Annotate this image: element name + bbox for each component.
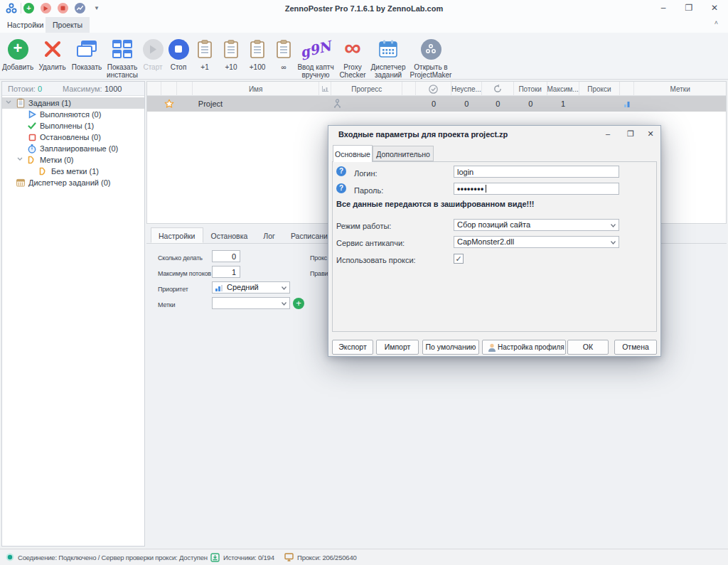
login-label: Логин: [354,168,378,178]
title-bar: + ▼ ZennoPoster Pro 7.1.6.1 by ZennoLab.… [0,0,728,17]
toolbar-stop-button[interactable]: Стоп [166,37,191,71]
priority-select[interactable]: Средний [212,281,290,294]
minimize-button[interactable]: – [653,0,674,17]
expand-caret-icon[interactable] [6,100,11,104]
col-star[interactable] [161,82,177,96]
col-empty2[interactable] [177,82,193,96]
toolbar-show-button[interactable]: Показать [69,37,105,71]
toolbar-open-projectmaker-button[interactable]: Открыть в ProjectMaker [408,37,454,79]
sources-icon [210,553,220,562]
clipboard-icon [276,40,291,59]
tree-item-task-scheduler[interactable]: Диспетчер заданий (0) [2,177,144,188]
tab-projects[interactable]: Проекты [46,17,90,33]
toolbar-add-button[interactable]: + Добавить [0,37,36,71]
col-stats[interactable] [620,82,634,96]
dialog-maximize-button[interactable]: ❐ [621,126,641,143]
anticaptcha-select[interactable]: CapMonster2.dll [454,236,619,248]
toolbar-plus10-button[interactable]: +10 [219,37,243,71]
tree-item-scheduled[interactable]: Запланированные (0) [2,143,144,154]
toolbar-plus100-button[interactable]: +100 [245,37,269,71]
cut-label-rules: Прави [310,268,328,279]
tree-item-stopped[interactable]: Остановлены (0) [2,131,144,143]
max-count: 1 [547,96,579,112]
toolbar-show-instances-button[interactable]: Показать инстансы [105,37,140,79]
col-labels[interactable]: Метки [634,82,726,96]
project-name: Project [193,96,320,112]
dialog-tab-main[interactable]: Основные [333,145,373,162]
star-icon[interactable] [164,99,174,109]
check-icon [27,121,37,131]
how-many-input[interactable] [212,250,240,262]
login-input[interactable] [454,166,619,178]
col-done[interactable] [416,82,451,96]
col-name[interactable]: Имя [193,82,320,96]
dialog-tab-extra[interactable]: Дополнительно [373,146,434,161]
labels-select[interactable] [212,297,290,309]
stats-bars-icon [623,100,631,107]
labels-label: Метки [158,299,175,311]
add-label-button[interactable]: + [293,298,304,309]
dialog-close-button[interactable]: ✕ [641,126,660,143]
tree-item-completed[interactable]: Выполнены (1) [2,120,144,131]
panel-tab-stop[interactable]: Остановка [203,227,256,243]
password-input[interactable] [454,183,619,195]
toolbar-infinite-button[interactable]: ∞ [272,37,296,71]
tree-item-no-label[interactable]: Без метки (1) [2,166,144,177]
help-icon: ? [336,183,346,193]
col-retries[interactable] [482,82,514,96]
col-sort[interactable] [319,82,331,96]
show-instances-icon [112,39,133,59]
use-proxy-label: Использовать прокси: [336,255,416,265]
col-proxy[interactable]: Прокси [579,82,621,96]
ok-button[interactable]: ОК [567,340,609,355]
max-threads-value: 1000 [105,82,122,96]
project-row[interactable]: Project 0 0 0 0 1 [147,96,726,112]
col-max[interactable]: Максим... [547,82,579,96]
tree-item-running[interactable]: Выполняются (0) [2,109,144,120]
cancel-button[interactable]: Отмена [614,340,657,355]
toolbar-proxy-checker-button[interactable]: ∞ Proxy Checker [337,37,368,79]
expand-caret-icon[interactable] [17,157,23,161]
tab-settings[interactable]: Настройки [0,17,51,33]
collapse-ribbon-icon[interactable]: ˄ [714,19,718,26]
close-button[interactable]: ✕ [704,0,725,17]
clipboard-icon [250,40,265,59]
toolbar-manual-captcha-button[interactable]: g9N Ввод каптч вручную [294,37,337,79]
clipboard-icon [197,40,213,59]
default-button[interactable]: По умолчанию [422,340,479,355]
use-proxy-checkbox[interactable]: ✓ [454,254,464,264]
task-tree: Задания (1) Выполняются (0) Выполнены (1… [2,97,144,188]
import-button[interactable]: Импорт [376,340,419,355]
panel-tab-settings[interactable]: Настройки [151,227,203,243]
col-threads[interactable]: Потоки [514,82,547,96]
col-failed[interactable]: Неуспе... [451,82,482,96]
profile-settings-button[interactable]: Настройка профиля [482,340,566,355]
panel-tab-log[interactable]: Лог [255,227,283,243]
tree-item-tasks[interactable]: Задания (1) [2,97,144,109]
dialog-title: Входные параметры для проекта project.zp [338,126,508,143]
max-threads-input[interactable] [212,266,240,278]
toolbar-start-button[interactable]: Старт [140,37,166,71]
done-count: 0 [416,96,451,112]
timer-icon [27,144,37,154]
export-button[interactable]: Экспорт [332,340,373,355]
status-bar: Соединение: Подключено / Сервер проверки… [0,549,728,565]
tree-item-labels[interactable]: Метки (0) [2,154,144,166]
failed-count: 0 [451,96,482,112]
sources-text: Источники: 0/194 [223,554,274,561]
toolbar-task-scheduler-button[interactable]: Диспетчер заданий [368,37,408,79]
table-header: Имя Прогресс Неуспе... Потоки Максим... … [147,82,726,96]
col-empty1[interactable] [147,82,161,96]
chevron-down-icon [282,286,287,290]
delete-icon [43,40,62,58]
mode-select[interactable]: Сбор позиций сайта [454,219,619,231]
toolbar-plus1-button[interactable]: +1 [193,37,217,71]
dialog-minimize-button[interactable]: – [598,126,618,143]
col-progress[interactable]: Прогресс [331,82,402,96]
cut-label-proxy: Прокс [310,252,327,264]
help-icon: ? [336,166,346,176]
restore-button[interactable]: ❐ [678,0,700,17]
show-windows-icon [76,39,97,59]
toolbar-delete-button[interactable]: Удалить [36,37,69,71]
col-empty3[interactable] [402,82,416,96]
